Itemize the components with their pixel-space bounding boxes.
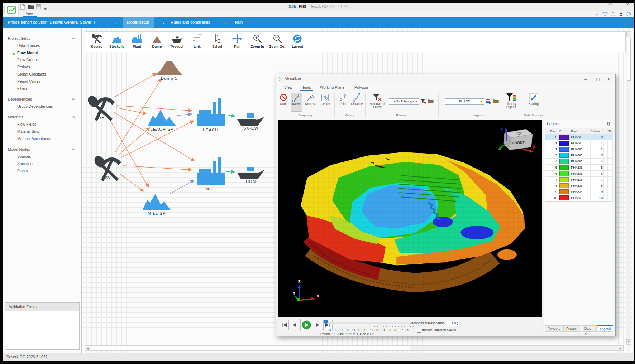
- flow-node-leachsp[interactable]: LEACH SP: [148, 110, 176, 131]
- sidebar-item-flow-fields[interactable]: Flow Fields: [3, 121, 81, 128]
- scroll-down-icon[interactable]: ▼: [626, 339, 631, 344]
- panel-tab-legend[interactable]: Legend: [597, 325, 613, 332]
- legend-row-bin-7[interactable]: 7PHASE7: [545, 177, 613, 183]
- pill-icon[interactable]: [602, 12, 608, 16]
- quick-access-caret-icon[interactable]: [44, 5, 50, 11]
- sidebar-section-materials[interactable]: Materials: [3, 113, 81, 121]
- visualizer-minimize-button[interactable]: –: [580, 76, 591, 82]
- close-button[interactable]: ✕: [622, 1, 633, 8]
- sidebar-item-data-sources[interactable]: Data Sources: [3, 42, 81, 49]
- sidebar-item-material-acceptance[interactable]: Material Acceptance: [3, 135, 81, 142]
- scroll-up-icon[interactable]: ▲: [626, 32, 631, 37]
- sidebar-section-model-nodes[interactable]: Model Nodes: [3, 146, 81, 153]
- legend-row-bin-1[interactable]: 1PHASE1: [545, 140, 613, 146]
- flow-edge[interactable]: [121, 121, 193, 158]
- sidebar-item-global-constants[interactable]: Global Constants: [3, 71, 81, 78]
- step-model-setup[interactable]: Model setup: [123, 17, 154, 28]
- legend-row-bin-2[interactable]: 2PHASE2: [545, 146, 613, 152]
- maximize-button[interactable]: ▢: [605, 1, 616, 8]
- legend-combo[interactable]: PHASE: [445, 98, 484, 105]
- user-icon[interactable]: [618, 12, 624, 16]
- panel-tab-datas[interactable]: Data S...: [582, 325, 597, 332]
- legend-colors-icon[interactable]: ✕: [486, 98, 491, 106]
- flow-node-con[interactable]: CON: [237, 167, 264, 184]
- scroll-right-icon[interactable]: ▶: [618, 346, 623, 350]
- next-period-button[interactable]: [313, 320, 322, 330]
- sidebar-item-periods[interactable]: Periods: [3, 63, 81, 71]
- save-icon[interactable]: [36, 4, 42, 10]
- panel-tab-polygo[interactable]: Polygo...: [545, 325, 563, 332]
- visualizer-close-button[interactable]: ✕: [604, 76, 615, 82]
- help-icon[interactable]: ?: [626, 12, 631, 16]
- filter-combo[interactable]: <No Filtering>: [389, 98, 419, 105]
- previous-period-button[interactable]: [290, 320, 299, 330]
- visualizer-maximize-button[interactable]: ▢: [592, 76, 603, 82]
- panel-tab-proper[interactable]: Proper...: [563, 325, 581, 332]
- sidebar-item-plants[interactable]: Plants: [3, 167, 81, 174]
- flow-edge[interactable]: [177, 114, 192, 116]
- solution-selector[interactable]: Phase bench solution: Deswik General Sol…: [8, 17, 96, 28]
- flow-node-leach[interactable]: LEACH: [197, 98, 225, 132]
- flow-edge[interactable]: [114, 74, 156, 97]
- validation-errors-header[interactable]: Validation Errors: [5, 303, 79, 311]
- orientation-cube[interactable]: TOP FRONT Z X: [495, 125, 537, 156]
- vertical-scrollbar-thumb[interactable]: [627, 38, 631, 81]
- sidebar-item-sources[interactable]: Sources: [3, 153, 81, 160]
- legend-folder-icon[interactable]: [493, 98, 499, 105]
- flow-node-mv[interactable]: MV: [93, 155, 121, 181]
- vertical-scrollbar[interactable]: ▲ ▼: [626, 31, 631, 345]
- sidebar-section-project-setup[interactable]: Project Setup: [3, 35, 81, 42]
- 3d-viewport[interactable]: TOP FRONT Z X Z X Y: [278, 120, 542, 317]
- filter-folder-icon[interactable]: [428, 98, 434, 105]
- vis-tab-polygon[interactable]: Polygon: [352, 84, 370, 90]
- flow-node-mill[interactable]: MILL: [197, 157, 225, 191]
- apply-filter-icon[interactable]: [420, 98, 426, 106]
- open-folder-icon[interactable]: [28, 4, 34, 10]
- vis-tab-view[interactable]: View: [282, 84, 295, 90]
- tab-view[interactable]: View: [23, 11, 37, 17]
- sidebar-section-dependencies[interactable]: Dependencies: [3, 96, 81, 103]
- skip-to-start-button[interactable]: [280, 320, 289, 330]
- sidebar-item-period-values[interactable]: Period Values: [3, 78, 81, 85]
- ribbon-collapse-chevron-icon[interactable]: ⌄: [594, 12, 600, 16]
- flow-edge[interactable]: [226, 171, 234, 172]
- remove-all-filters-button[interactable]: ✕ Remove All Filters: [367, 93, 387, 109]
- sidebar-item-group-dependencies[interactable]: Group Dependencies: [3, 103, 81, 110]
- legend-row-bin-3[interactable]: 3PHASE3: [545, 152, 613, 159]
- flow-node-millsp[interactable]: MILL SP: [142, 194, 171, 215]
- visualizer-window[interactable]: Visualizer – ▢ ✕ View Tools Working Plan…: [276, 74, 616, 336]
- sidebar-item-filters[interactable]: Filters: [3, 85, 81, 92]
- scroll-left-icon[interactable]: ◀: [85, 346, 90, 350]
- flow-node-sxew[interactable]: SX-EW: [237, 113, 264, 130]
- new-file-icon[interactable]: [20, 4, 27, 10]
- sidebar-item-stockpiles[interactable]: Stockpiles: [3, 160, 81, 167]
- sidebar-item-material-bins[interactable]: Material Bins: [3, 128, 81, 135]
- legend-row-bin-0[interactable]: ▸0PHASE0: [545, 134, 613, 140]
- seconds-per-period-spinner[interactable]: 1.0▲▼: [447, 321, 459, 326]
- snap-center-button[interactable]: Center: [319, 93, 332, 106]
- sidebar-item-flow-groups[interactable]: Flow Groups: [3, 56, 81, 63]
- pin-icon[interactable]: [607, 122, 610, 126]
- minimize-button[interactable]: –: [587, 1, 598, 8]
- step-run[interactable]: Run: [235, 17, 243, 28]
- visualizer-title-bar[interactable]: Visualizer – ▢ ✕: [276, 74, 615, 83]
- query-point-button[interactable]: ? Point: [337, 93, 349, 106]
- flow-edge[interactable]: [119, 128, 150, 155]
- vis-tab-working-plane[interactable]: Working Plane: [318, 84, 347, 90]
- snap-points-button[interactable]: Points: [291, 93, 302, 112]
- legend-row-bin-8[interactable]: 8PHASE8: [545, 183, 613, 189]
- flow-node-wp[interactable]: WP: [86, 94, 115, 121]
- snap-nearest-button[interactable]: Nearest: [304, 93, 317, 106]
- include-unmined-checkbox[interactable]: [417, 329, 421, 333]
- info-icon[interactable]: i: [610, 12, 616, 16]
- filter-by-legend-button[interactable]: Filter by Legend: [501, 93, 521, 109]
- flow-edge[interactable]: [123, 166, 191, 170]
- legend-table[interactable]: BinC...FieldValue...To▸0PHASE01PHASE12PH…: [545, 128, 613, 202]
- step-rules-and-constraints[interactable]: Rules and constraints: [171, 17, 210, 28]
- legend-row-bin-6[interactable]: 6PHASE6: [545, 171, 613, 177]
- vis-tab-tools[interactable]: Tools: [300, 84, 313, 91]
- horizontal-scrollbar[interactable]: ◀ ▶: [85, 345, 624, 351]
- sidebar-item-flow-model[interactable]: Flow Model: [3, 49, 81, 56]
- horizontal-scrollbar-thumb[interactable]: [91, 346, 410, 350]
- flow-edge[interactable]: [225, 115, 234, 116]
